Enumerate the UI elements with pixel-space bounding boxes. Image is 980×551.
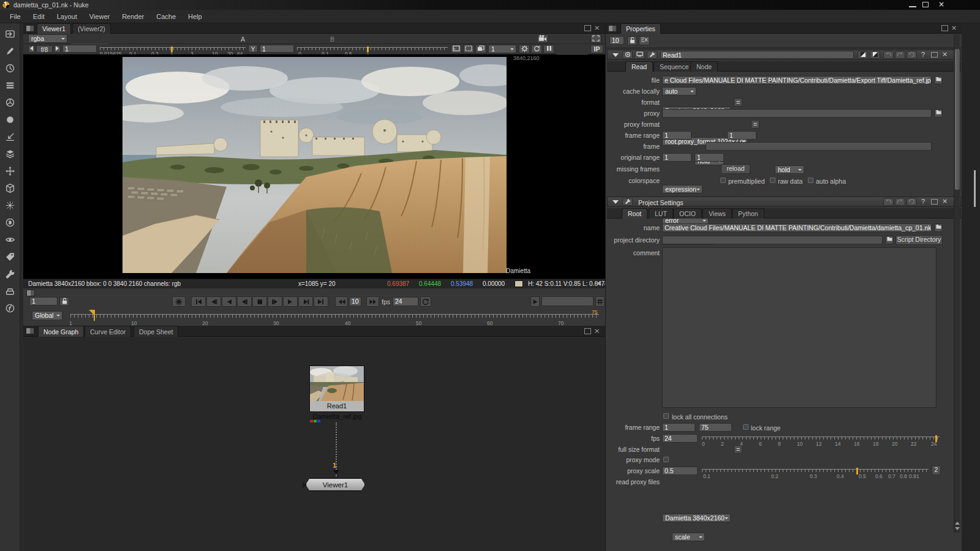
frame-increment-field[interactable]: 1 [29,297,58,305]
menu-cache[interactable]: Cache [150,13,182,20]
input-process-button[interactable] [519,45,530,53]
tab-sequence[interactable]: Sequence [654,61,695,72]
fps-slider[interactable]: 0 2 4 6 8 10 12 14 16 18 20 22 24 [702,437,940,440]
tab-viewer1[interactable]: Viewer1 [37,23,71,34]
toolbar-merge-button[interactable] [2,147,18,160]
toolbar-keyer-button[interactable] [2,130,18,143]
toolbar-views-button[interactable] [2,233,18,246]
project-range-end-field[interactable]: 75 [699,423,732,432]
stop-button[interactable] [252,296,267,307]
comment-textarea[interactable] [662,247,937,408]
tab-lut[interactable]: LUT [649,208,673,219]
panel-handle-icon[interactable] [26,328,34,334]
proxy-mode-checkbox[interactable] [663,457,669,462]
timeline-ruler[interactable]: 1 10 20 30 40 50 60 70 75 [70,314,599,318]
toolbar-time-button[interactable] [2,61,18,75]
tab-node[interactable]: Node [690,61,718,72]
wipe-screens-button[interactable] [475,45,486,53]
help-button[interactable]: ? [921,198,925,205]
goto-end-button[interactable] [314,296,328,307]
toolbar-deep-button[interactable] [2,216,18,229]
collapse-arrow-icon[interactable] [612,200,619,207]
cache-locally-dropdown[interactable]: auto [662,87,696,96]
format-link-button[interactable]: = [734,98,742,107]
help-button[interactable]: ? [921,51,925,58]
timeline-playhead-flag[interactable] [89,310,94,315]
close-node-panel-button[interactable]: × [942,197,948,205]
collapse-arrow-icon[interactable] [612,53,619,60]
menu-edit[interactable]: Edit [27,13,51,20]
layer-dropdown[interactable]: rgba [28,34,67,43]
current-frame-field[interactable]: 10 [349,297,361,306]
toolbar-particles-button[interactable] [2,198,18,212]
proxy-format-link-button[interactable]: = [751,120,760,129]
panel-handle-icon[interactable] [608,25,617,32]
menu-help[interactable]: Help [182,13,208,20]
tab-properties[interactable]: Properties [620,23,661,34]
menu-layout[interactable]: Layout [51,13,83,20]
float-panel-button[interactable] [931,52,938,58]
close-button[interactable]: × [936,0,947,9]
pause-button[interactable] [543,45,554,53]
proxy-toggle-button[interactable] [463,45,474,53]
scroll-down-button[interactable] [955,525,960,531]
tab-python[interactable]: Python [732,208,764,219]
script-directory-button[interactable]: Script Directory [895,235,943,245]
close-panel-icon[interactable]: × [594,327,600,335]
gamma-toggle-button[interactable]: Y [248,45,258,53]
fps-field[interactable]: 24 [393,297,418,306]
project-dir-browse-button[interactable] [885,236,894,244]
panel-handle-icon[interactable] [26,25,34,32]
downrez-dropdown[interactable]: 1 [488,45,516,53]
toolbar-filter-button[interactable] [2,113,18,126]
render-camera-button[interactable] [537,34,548,43]
gain-next-button[interactable] [54,45,61,53]
ip-button[interactable]: IP [590,45,603,53]
node-graph-canvas[interactable]: 1 Read1 Damietta_ref.jpg Viewer1 [23,337,605,551]
tab-dope-sheet[interactable]: Dope Sheet [134,326,178,337]
float-panel-button[interactable] [931,199,938,204]
toolbar-color-button[interactable] [2,96,18,109]
read-node[interactable]: Read1 [309,365,364,412]
close-panel-icon[interactable]: × [594,24,600,32]
node-name-field[interactable]: Read1 [660,51,854,59]
frame-viewer-button[interactable] [590,34,601,43]
float-panel-icon[interactable] [584,328,591,334]
toolbar-plugins-button[interactable] [2,301,18,315]
loop-mode-button[interactable] [420,296,431,307]
float-controls-button2[interactable] [870,51,880,59]
raw-data-checkbox[interactable] [770,178,775,183]
original-range-start-field[interactable]: 1 [662,153,692,162]
timeline-options-button[interactable] [595,296,605,307]
frame-expression-field[interactable] [706,142,932,151]
tab-root[interactable]: Root [622,208,647,219]
update-button[interactable] [531,45,542,53]
tab-viewer2[interactable]: (Viewer2) [72,23,111,34]
menu-file[interactable]: File [4,13,27,20]
prev-keyframe-button[interactable] [206,296,221,307]
viewer-node[interactable]: Viewer1 [306,478,365,491]
revert-button[interactable] [907,198,917,206]
file-browse-button[interactable] [934,76,943,84]
frame-range-end-field[interactable]: 1 [727,131,756,140]
gain-prev-button[interactable] [28,45,35,53]
timeline-handle-icon[interactable] [26,290,35,296]
close-node-panel-button[interactable]: × [942,50,948,58]
frame-range-end-mode-dropdown[interactable]: hold [775,165,804,174]
tab-node-graph[interactable]: Node Graph [38,326,84,337]
center-node-button[interactable] [622,51,633,59]
lock-playback-button[interactable] [59,297,69,306]
flipbook-button[interactable] [172,296,186,307]
monitor-out-button[interactable] [635,51,645,59]
lock-all-connections-checkbox[interactable] [663,413,669,419]
toolbar-other-button[interactable] [2,284,18,298]
redo-button[interactable] [895,198,905,206]
next-increment-button[interactable] [366,296,379,307]
maximize-button[interactable] [922,2,929,7]
float-controls-button[interactable] [858,51,868,59]
menu-viewer[interactable]: Viewer [83,13,116,20]
gamma-value-field[interactable]: 1 [260,45,294,53]
menu-render[interactable]: Render [116,13,150,20]
project-range-start-field[interactable]: 1 [662,423,695,432]
prev-increment-button[interactable] [335,296,348,307]
